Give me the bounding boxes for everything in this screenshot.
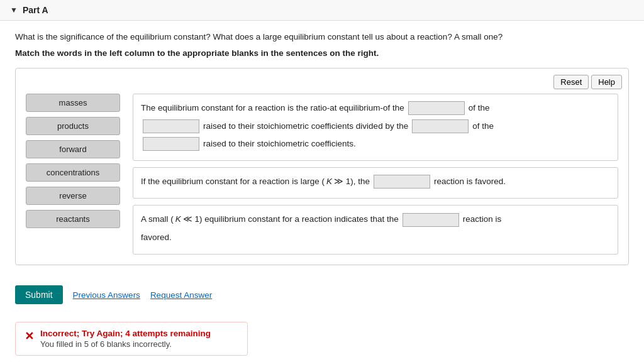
word-bank: masses products forward concentrations r… bbox=[26, 94, 120, 255]
word-concentrations[interactable]: concentrations bbox=[26, 163, 120, 182]
word-reactants[interactable]: reactants bbox=[26, 210, 120, 228]
part-label: Part A bbox=[23, 5, 48, 15]
word-reverse[interactable]: reverse bbox=[26, 187, 120, 205]
instruction-text: Match the words in the left column to th… bbox=[15, 48, 629, 58]
exercise-inner: masses products forward concentrations r… bbox=[26, 94, 618, 255]
sentence-block-1: The equilibrium constant for a reaction … bbox=[133, 94, 618, 161]
reset-button[interactable]: Reset bbox=[553, 75, 589, 89]
s5-text4: favored. bbox=[141, 230, 172, 245]
top-bar: ▼ Part A bbox=[0, 0, 644, 21]
blank-1[interactable] bbox=[408, 101, 465, 115]
blank-5[interactable] bbox=[374, 175, 430, 189]
s1-text1: The equilibrium constant for a reaction … bbox=[141, 101, 404, 116]
error-subtitle: You filled in 5 of 6 blanks incorrectly. bbox=[40, 339, 211, 349]
exercise-box: Reset Help masses products forward conce… bbox=[15, 68, 629, 265]
s5-text3: reaction is bbox=[463, 212, 502, 227]
sentence-row-1: The equilibrium constant for a reaction … bbox=[141, 101, 610, 116]
sentence-block-2: If the equilibrium constant for a reacti… bbox=[133, 167, 618, 199]
question-text: What is the significance of the equilibr… bbox=[15, 31, 629, 43]
main-content: What is the significance of the equilibr… bbox=[0, 21, 644, 285]
error-icon: ✕ bbox=[25, 329, 34, 343]
s2-text1: raised to their stoichiometric coefficie… bbox=[203, 119, 408, 134]
sentence-row-5: A small (K ≪ 1) equilibrium constant for… bbox=[141, 212, 610, 227]
s2-text2: of the bbox=[472, 119, 494, 134]
s4-text3: reaction is favored. bbox=[434, 174, 506, 189]
previous-answers-button[interactable]: Previous Answers bbox=[73, 290, 140, 300]
sentence-block-3: A small (K ≪ 1) equilibrium constant for… bbox=[133, 205, 618, 255]
sentences-area: The equilibrium constant for a reaction … bbox=[133, 94, 618, 255]
s4-text1: If the equilibrium constant for a reacti… bbox=[141, 174, 325, 189]
s5-text2: ≪ 1) equilibrium constant for a reaction… bbox=[183, 212, 399, 227]
s3-text1: raised to their stoichiometric coefficie… bbox=[203, 136, 356, 151]
error-box: ✕ Incorrect; Try Again; 4 attempts remai… bbox=[15, 322, 248, 356]
submit-button[interactable]: Submit bbox=[15, 285, 63, 304]
word-products[interactable]: products bbox=[26, 117, 120, 135]
sentence-row-2: raised to their stoichiometric coefficie… bbox=[141, 119, 610, 134]
top-buttons: Reset Help bbox=[553, 75, 622, 89]
blank-2[interactable] bbox=[143, 119, 199, 133]
sentence-row-5b: favored. bbox=[141, 230, 610, 245]
s4-text2: ≫ 1), the bbox=[334, 174, 370, 189]
blank-3[interactable] bbox=[412, 119, 469, 133]
sentence-row-3: raised to their stoichiometric coefficie… bbox=[141, 136, 610, 151]
sentence-row-4: If the equilibrium constant for a reacti… bbox=[141, 174, 610, 189]
error-content: Incorrect; Try Again; 4 attempts remaini… bbox=[40, 329, 211, 349]
s4-math: K bbox=[326, 174, 332, 189]
help-button[interactable]: Help bbox=[591, 75, 622, 89]
s5-math: K bbox=[175, 212, 181, 227]
blank-6[interactable] bbox=[402, 213, 459, 227]
blank-4[interactable] bbox=[143, 137, 199, 151]
s1-text2: of the bbox=[469, 101, 490, 116]
request-answer-button[interactable]: Request Answer bbox=[150, 290, 212, 300]
s5-text1: A small ( bbox=[141, 212, 174, 227]
error-title: Incorrect; Try Again; 4 attempts remaini… bbox=[40, 329, 211, 338]
word-forward[interactable]: forward bbox=[26, 140, 120, 158]
word-masses[interactable]: masses bbox=[26, 94, 120, 112]
bottom-area: Submit Previous Answers Request Answer bbox=[0, 285, 644, 314]
collapse-arrow[interactable]: ▼ bbox=[10, 6, 18, 14]
